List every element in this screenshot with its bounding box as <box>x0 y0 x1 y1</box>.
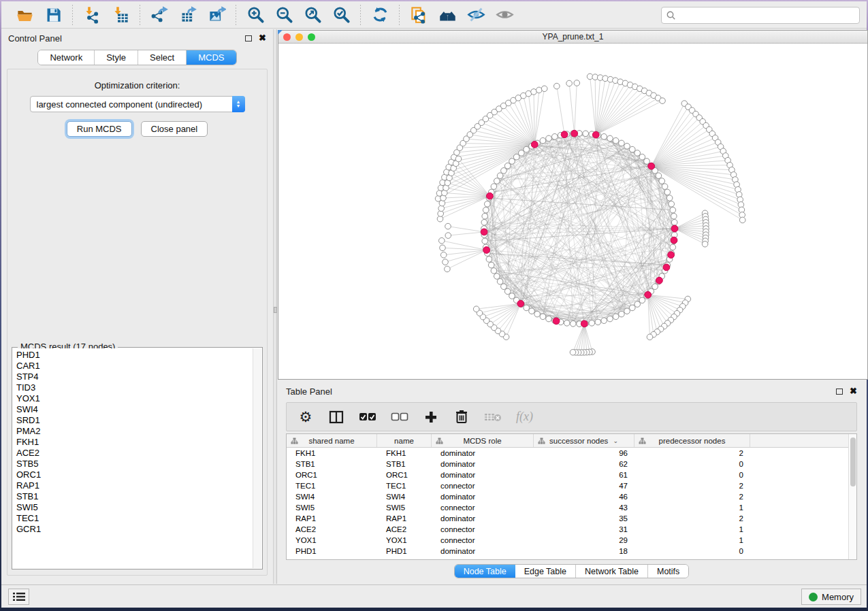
search-input[interactable] <box>677 11 859 20</box>
column-header-name[interactable]: name <box>377 434 432 447</box>
add-column-button[interactable] <box>423 408 439 426</box>
show-graphics-details-button[interactable] <box>494 4 515 26</box>
tab-select[interactable]: Select <box>138 50 187 65</box>
tab-network-table[interactable]: Network Table <box>576 565 648 578</box>
tab-node-table[interactable]: Node Table <box>455 565 515 578</box>
table-row[interactable]: FKH1FKH1dominator962 <box>287 448 856 459</box>
zoom-out-button[interactable] <box>273 4 295 26</box>
deselect-all-checkboxes-icon <box>391 412 408 422</box>
mcds-result-item[interactable]: YOX1 <box>13 393 253 404</box>
mcds-result-item[interactable]: SRD1 <box>13 415 253 426</box>
close-panel-icon[interactable]: ✖ <box>259 35 266 42</box>
control-panel-title: Control Panel <box>8 33 62 44</box>
mcds-result-scrollbar[interactable] <box>253 348 261 568</box>
table-row[interactable]: PHD1PHD1dominator180 <box>287 546 856 557</box>
tab-network[interactable]: Network <box>38 50 95 65</box>
mcds-result-item[interactable]: TID3 <box>13 382 253 393</box>
close-table-panel-icon[interactable]: ✖ <box>850 388 857 395</box>
table-row[interactable]: ACE2ACE2connector311 <box>287 524 856 535</box>
zoom-selected-button[interactable] <box>330 4 352 26</box>
export-image-button[interactable] <box>206 4 227 26</box>
select-all-checkboxes-button[interactable] <box>359 408 376 426</box>
hide-graphics-details-button[interactable] <box>465 4 487 26</box>
network-window-titlebar[interactable]: YPA_prune.txt_1 <box>278 31 867 44</box>
open-file-button[interactable] <box>14 4 35 26</box>
mcds-result-item[interactable]: SWI5 <box>13 502 253 513</box>
table-scrollbar-thumb[interactable] <box>850 437 856 486</box>
splitter-grip[interactable] <box>274 307 277 313</box>
save-session-button[interactable] <box>42 4 64 26</box>
table-cell: 43 <box>534 503 634 512</box>
delete-column-button[interactable] <box>453 408 470 426</box>
first-neighbors-button[interactable] <box>436 4 458 26</box>
mcds-result-item[interactable]: RAP1 <box>13 480 253 491</box>
table-row[interactable]: ORC1ORC1dominator610 <box>287 469 856 480</box>
export-network-button[interactable] <box>148 4 170 26</box>
mcds-result-item[interactable]: STB5 <box>13 459 253 469</box>
table-row[interactable]: TEC1TEC1connector472 <box>287 480 856 491</box>
apply-preferred-layout-button[interactable] <box>369 4 391 26</box>
tab-motifs[interactable]: Motifs <box>648 565 688 578</box>
table-cell: 1 <box>634 525 750 533</box>
mcds-result-item[interactable]: PMA2 <box>13 426 253 437</box>
table-row[interactable]: SWI4SWI4dominator462 <box>287 491 856 502</box>
tab-edge-table[interactable]: Edge Table <box>515 565 576 578</box>
mcds-result-item[interactable]: ACE2 <box>13 448 253 459</box>
mcds-result-list[interactable]: PHD1CAR1STP4TID3YOX1SWI4SRD1PMA2FKH1ACE2… <box>13 348 253 568</box>
mcds-result-item[interactable]: STB1 <box>13 491 253 502</box>
mcds-result-item[interactable]: FKH1 <box>13 437 253 448</box>
table-cell: PHD1 <box>287 547 377 555</box>
memory-button[interactable]: Memory <box>801 589 861 605</box>
table-cell: YOX1 <box>287 536 377 544</box>
network-canvas[interactable] <box>278 44 867 379</box>
task-history-button[interactable] <box>8 589 29 605</box>
column-header-successor-nodes[interactable]: successor nodes⌄ <box>534 434 634 447</box>
import-network-button[interactable] <box>81 4 103 26</box>
table-row[interactable]: RAP1RAP1dominator352 <box>287 513 856 524</box>
column-header-MCDS-role[interactable]: MCDS role <box>432 434 534 447</box>
table-cell: connector <box>432 525 534 533</box>
table-cell: PHD1 <box>377 547 432 555</box>
table-cell: 2 <box>634 482 750 490</box>
mcds-result-item[interactable]: PHD1 <box>13 350 253 361</box>
mcds-result-item[interactable]: STP4 <box>13 371 253 382</box>
table-cell: YOX1 <box>377 536 432 544</box>
column-header-predecessor-nodes[interactable]: predecessor nodes <box>634 434 750 447</box>
panel-splitter[interactable] <box>273 29 277 584</box>
tab-mcds[interactable]: MCDS <box>187 50 236 65</box>
tab-style[interactable]: Style <box>95 50 138 65</box>
table-cell: dominator <box>432 493 534 501</box>
gear-button[interactable]: ⚙ <box>298 408 314 426</box>
mcds-result-item[interactable]: SWI4 <box>13 404 253 415</box>
run-mcds-button[interactable]: Run MCDS <box>67 121 132 137</box>
table-row[interactable]: YOX1YOX1connector291 <box>287 535 856 546</box>
import-table-button[interactable] <box>110 4 131 26</box>
apply-preferred-layout-icon <box>371 5 389 24</box>
zoom-fit-button[interactable] <box>302 4 323 26</box>
status-bar: Memory <box>1 584 867 608</box>
new-network-from-selection-icon <box>410 5 428 24</box>
table-cell: ORC1 <box>287 471 377 479</box>
zoom-in-button[interactable] <box>244 4 266 26</box>
deselect-all-checkboxes-button[interactable] <box>391 408 408 426</box>
memory-status-icon <box>809 593 818 601</box>
mcds-result-item[interactable]: ORC1 <box>13 469 253 480</box>
table-cell: FKH1 <box>377 449 432 457</box>
table-row[interactable]: SWI5SWI5connector431 <box>287 502 856 513</box>
column-header-shared-name[interactable]: shared name <box>287 434 377 447</box>
mcds-result-item[interactable]: GCR1 <box>13 524 253 535</box>
node-table[interactable]: shared namename MCDS role successor node… <box>286 433 857 560</box>
zoom-fit-icon <box>304 5 322 24</box>
mcds-result-item[interactable]: CAR1 <box>13 361 253 371</box>
new-network-from-selection-button[interactable] <box>408 4 430 26</box>
export-table-button[interactable] <box>177 4 199 26</box>
optimization-criterion-select[interactable]: largest connected component (undirected)… <box>30 96 245 112</box>
search-box[interactable] <box>661 7 860 24</box>
mcds-result-item[interactable]: TEC1 <box>13 513 253 524</box>
close-panel-button[interactable]: Close panel <box>141 121 208 137</box>
float-panel-icon[interactable] <box>245 35 252 42</box>
table-scrollbar[interactable] <box>848 434 856 559</box>
column-selector-button[interactable] <box>328 408 344 426</box>
table-row[interactable]: STB1STB1dominator620 <box>287 459 856 469</box>
float-table-panel-icon[interactable] <box>836 389 843 395</box>
